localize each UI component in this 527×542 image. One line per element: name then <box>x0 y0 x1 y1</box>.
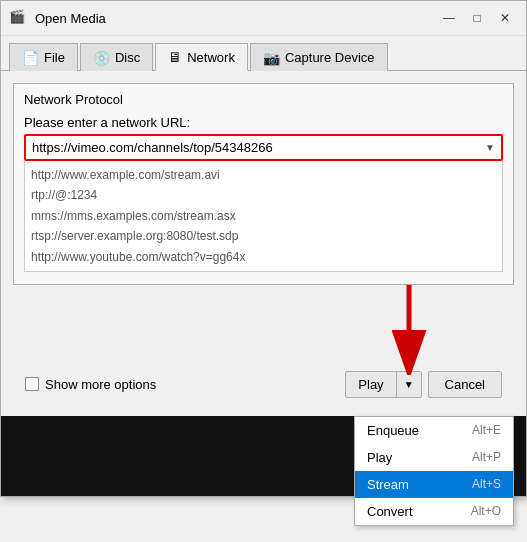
stream-shortcut: Alt+S <box>472 477 501 492</box>
disc-icon: 💿 <box>93 50 110 66</box>
tab-capture-label: Capture Device <box>285 50 375 65</box>
dropdown-item-enqueue[interactable]: Enqueue Alt+E <box>355 417 513 444</box>
arrow-area <box>13 295 514 365</box>
play-shortcut: Alt+P <box>472 450 501 465</box>
play-label: Play <box>367 450 392 465</box>
open-media-window: 🎬 Open Media — □ ✕ 📄 File 💿 Disc 🖥 Netwo… <box>0 0 527 497</box>
url-input-wrapper: ▼ <box>24 134 503 161</box>
url-input[interactable] <box>26 136 479 159</box>
suggestion-item[interactable]: rtp://@:1234 <box>31 185 496 205</box>
tab-network-label: Network <box>187 50 235 65</box>
window-title: Open Media <box>35 11 428 26</box>
tab-file-label: File <box>44 50 65 65</box>
suggestion-item[interactable]: http://www.youtube.com/watch?v=gg64x <box>31 247 496 267</box>
dropdown-item-stream[interactable]: Stream Alt+S <box>355 471 513 498</box>
minimize-button[interactable]: — <box>436 7 462 29</box>
capture-icon: 📷 <box>263 50 280 66</box>
maximize-button[interactable]: □ <box>464 7 490 29</box>
window-icon: 🎬 <box>9 9 27 27</box>
suggestion-item[interactable]: rtsp://server.example.org:8080/test.sdp <box>31 226 496 246</box>
url-suggestions-list: http://www.example.com/stream.avi rtp://… <box>24 161 503 272</box>
show-more-checkbox[interactable] <box>25 377 39 391</box>
tab-disc-label: Disc <box>115 50 140 65</box>
dropdown-section: Enqueue Alt+E Play Alt+P Stream Alt+S Co… <box>1 416 526 496</box>
url-field-label: Please enter a network URL: <box>24 115 503 130</box>
file-icon: 📄 <box>22 50 39 66</box>
dropdown-item-play[interactable]: Play Alt+P <box>355 444 513 471</box>
convert-shortcut: Alt+O <box>471 504 501 519</box>
tab-bar: 📄 File 💿 Disc 🖥 Network 📷 Capture Device <box>1 36 526 71</box>
play-button-label[interactable]: Play <box>346 372 396 397</box>
play-split-button[interactable]: Play ▼ <box>345 371 421 398</box>
network-protocol-group: Network Protocol Please enter a network … <box>13 83 514 285</box>
enqueue-shortcut: Alt+E <box>472 423 501 438</box>
content-area: Network Protocol Please enter a network … <box>1 71 526 412</box>
close-button[interactable]: ✕ <box>492 7 518 29</box>
title-bar: 🎬 Open Media — □ ✕ <box>1 1 526 36</box>
tab-network[interactable]: 🖥 Network <box>155 43 248 71</box>
network-icon: 🖥 <box>168 49 182 65</box>
suggestion-item[interactable]: http://www.example.com/stream.avi <box>31 165 496 185</box>
enqueue-label: Enqueue <box>367 423 419 438</box>
down-arrow-indicator <box>379 285 439 375</box>
url-dropdown-button[interactable]: ▼ <box>479 142 501 153</box>
stream-label: Stream <box>367 477 409 492</box>
tab-disc[interactable]: 💿 Disc <box>80 43 153 71</box>
tab-capture[interactable]: 📷 Capture Device <box>250 43 388 71</box>
show-more-label: Show more options <box>45 377 156 392</box>
suggestion-item[interactable]: mms://mms.examples.com/stream.asx <box>31 206 496 226</box>
dropdown-item-convert[interactable]: Convert Alt+O <box>355 498 513 525</box>
convert-label: Convert <box>367 504 413 519</box>
play-dropdown-menu: Enqueue Alt+E Play Alt+P Stream Alt+S Co… <box>354 416 514 526</box>
show-more-options: Show more options <box>25 377 156 392</box>
play-dropdown-arrow[interactable]: ▼ <box>397 374 421 395</box>
action-buttons: Play ▼ Cancel <box>345 371 502 398</box>
cancel-button[interactable]: Cancel <box>428 371 502 398</box>
group-label: Network Protocol <box>24 92 503 107</box>
window-controls: — □ ✕ <box>436 7 518 29</box>
tab-file[interactable]: 📄 File <box>9 43 78 71</box>
